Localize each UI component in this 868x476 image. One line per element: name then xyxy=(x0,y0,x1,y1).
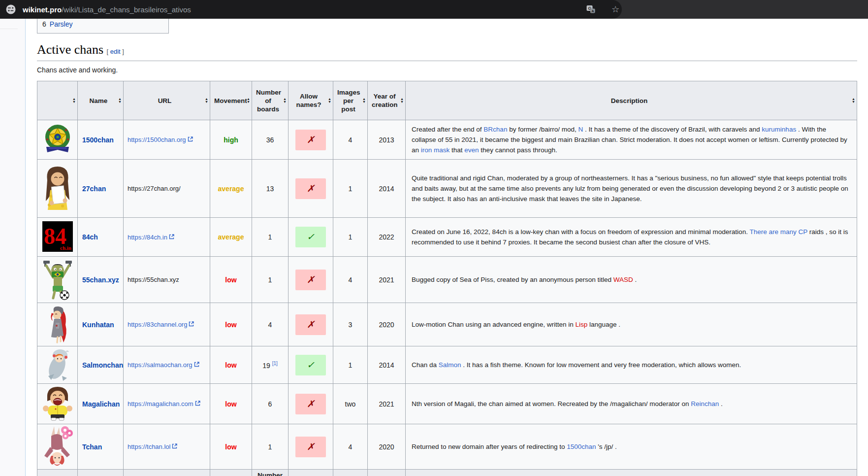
1500chan-logo-image[interactable] xyxy=(42,123,73,156)
creation-year: 2020 xyxy=(368,424,406,470)
wiki-link[interactable]: BRchan xyxy=(483,126,507,133)
edit-section-link[interactable]: edit xyxy=(110,48,121,55)
chan-name-link[interactable]: 55chan.xyz xyxy=(82,276,119,284)
wiki-link[interactable]: 1500chan xyxy=(567,443,596,450)
wiki-link[interactable]: N xyxy=(578,126,583,133)
images-per-post: 4 xyxy=(333,120,368,160)
active-chans-table: ▲▼ Name▲▼ URL▲▼ Movement▲▼ Number of boa… xyxy=(37,81,857,476)
tchan-logo-image[interactable] xyxy=(42,425,73,468)
sort-icon[interactable]: ▲▼ xyxy=(852,98,855,103)
chan-name-link[interactable]: Magalichan xyxy=(82,400,120,408)
header-image-column[interactable]: ▲▼ xyxy=(37,81,78,120)
header-url[interactable]: URL▲▼ xyxy=(124,81,210,120)
footer-year-of-creation: Year of creation xyxy=(368,470,406,476)
27chan-logo-image[interactable] xyxy=(40,164,75,213)
sort-icon[interactable]: ▲▼ xyxy=(400,98,404,103)
boards-count: 4 xyxy=(252,303,289,346)
sort-icon[interactable]: ▲▼ xyxy=(118,98,122,103)
chan-name-link[interactable]: Salmonchan xyxy=(82,361,123,369)
allow-names-no-box: ✗ xyxy=(295,314,326,335)
reference-link[interactable]: [1] xyxy=(272,361,278,366)
table-row: 1500chan https://1500chan.org high 36 ✗ … xyxy=(37,120,857,160)
description-text: . It has a theme of the discovery of Bra… xyxy=(583,126,762,133)
chan-name-link[interactable]: 27chan xyxy=(82,185,106,193)
wiki-link[interactable]: Salmon xyxy=(439,361,461,369)
chan-url-link[interactable]: https://84ch.in xyxy=(128,234,174,241)
description-cell: Quite traditional and rigid Chan, modera… xyxy=(406,160,857,218)
wiki-link[interactable]: kuruminhas xyxy=(762,126,796,133)
movement-level: average xyxy=(218,233,244,241)
wiki-link[interactable]: iron mask xyxy=(421,146,450,154)
magalichan-logo-image[interactable] xyxy=(41,385,74,423)
description-text: Created after the end of xyxy=(412,126,483,133)
allow-names-no-box: ✗ xyxy=(295,178,326,199)
description-text: Created on June 16, 2022, 84ch is a low-… xyxy=(412,228,749,236)
movement-level: low xyxy=(225,276,236,284)
movement-level: low xyxy=(225,400,236,408)
url-text[interactable]: wikinet.pro/wiki/Lista_de_chans_brasilei… xyxy=(23,5,191,14)
red-wiki-link[interactable]: Lisp xyxy=(575,321,587,328)
chan-url-link[interactable]: https://salmaochan.org xyxy=(128,361,199,369)
external-link-icon xyxy=(169,234,174,239)
sort-icon[interactable]: ▲▼ xyxy=(205,98,208,103)
sort-icon[interactable]: ▲▼ xyxy=(328,98,331,103)
wiki-link[interactable]: Reinchan xyxy=(691,400,719,408)
description-cell: Returned to new domain after years of re… xyxy=(406,424,857,470)
salmonchan-logo-image[interactable] xyxy=(42,347,73,382)
chan-url-link[interactable]: https://83channel.org xyxy=(128,321,194,328)
boards-count: 36 xyxy=(252,120,289,160)
footer-url: URL xyxy=(124,470,210,476)
header-name[interactable]: Name▲▼ xyxy=(78,81,124,120)
description-text: 's /jp/ . xyxy=(596,443,616,450)
header-movement[interactable]: Movement▲▼ xyxy=(210,81,252,120)
description-text: by former /bairro/ mod, xyxy=(507,126,578,133)
creation-year: 2021 xyxy=(368,257,406,303)
external-link-icon xyxy=(189,321,194,327)
sort-icon[interactable]: ▲▼ xyxy=(362,98,366,103)
table-row: Tchan https://tchan.lol low 1 ✗ 4 2020 R… xyxy=(37,424,857,470)
chan-name-link[interactable]: 1500chan xyxy=(82,136,114,144)
browser-url-bar[interactable]: wikinet.pro/wiki/Lista_de_chans_brasilei… xyxy=(0,0,622,19)
site-info-icon[interactable] xyxy=(5,3,17,15)
chan-url-link[interactable]: https://tchan.lol xyxy=(128,443,177,450)
header-year-of-creation[interactable]: Year of creation▲▼ xyxy=(368,81,406,120)
allow-names-no-box: ✗ xyxy=(295,130,326,150)
description-text: they cannot pass through. xyxy=(479,146,557,154)
header-images-per-post[interactable]: Images per post▲▼ xyxy=(333,81,368,120)
wiki-link[interactable]: even xyxy=(464,146,479,154)
chan-name-link[interactable]: 84ch xyxy=(82,233,98,241)
table-row: 55chan.xyz https://55chan.xyz low 1 ✗ 4 … xyxy=(37,257,857,303)
sort-icon[interactable]: ▲▼ xyxy=(283,98,287,103)
translate-icon[interactable]: G A xyxy=(585,3,597,15)
chan-name-link[interactable]: Tchan xyxy=(82,443,102,451)
creation-year: 2014 xyxy=(368,160,406,218)
bookmark-star-icon[interactable]: ☆ xyxy=(610,3,621,15)
chan-url-link[interactable]: https://1500chan.org xyxy=(128,136,193,143)
chan-url-link[interactable]: https://magalichan.com xyxy=(128,400,200,408)
footer-description: Description xyxy=(406,470,857,476)
chan-name-link[interactable]: Kunhatan xyxy=(82,321,114,329)
red-wiki-link[interactable]: WASD xyxy=(613,276,633,283)
description-text: Bugged copy of Sea of Piss, created by a… xyxy=(412,276,613,283)
section-intro-text: Chans active and working. xyxy=(37,66,857,74)
84ch-logo-image[interactable]: 84 ch.in xyxy=(42,221,73,253)
sort-icon[interactable]: ▲▼ xyxy=(72,98,76,103)
toc-item-number: 6 xyxy=(42,20,46,28)
kunhatan-logo-image[interactable] xyxy=(46,304,69,345)
external-link-icon xyxy=(195,401,200,406)
55chan-logo-image[interactable] xyxy=(41,258,74,302)
toc-item-link[interactable]: Parsley xyxy=(50,20,73,28)
sort-icon[interactable]: ▲▼ xyxy=(247,98,250,103)
wiki-link[interactable]: There are many CP xyxy=(749,228,807,236)
header-number-of-boards[interactable]: Number of boards▲▼ xyxy=(252,81,289,120)
movement-level: low xyxy=(225,361,236,369)
boards-count: 1 xyxy=(252,257,289,303)
header-description[interactable]: Description▲▼ xyxy=(406,81,857,120)
description-text: . xyxy=(633,276,637,283)
description-text: Nth version of Magali, the chan aimed at… xyxy=(412,400,691,408)
images-per-post: 3 xyxy=(333,303,368,346)
images-per-post: 1 xyxy=(333,218,368,257)
header-allow-names[interactable]: Allow names?▲▼ xyxy=(289,81,333,120)
boards-count: 1 xyxy=(252,424,289,470)
allow-names-no-box: ✗ xyxy=(295,270,326,290)
